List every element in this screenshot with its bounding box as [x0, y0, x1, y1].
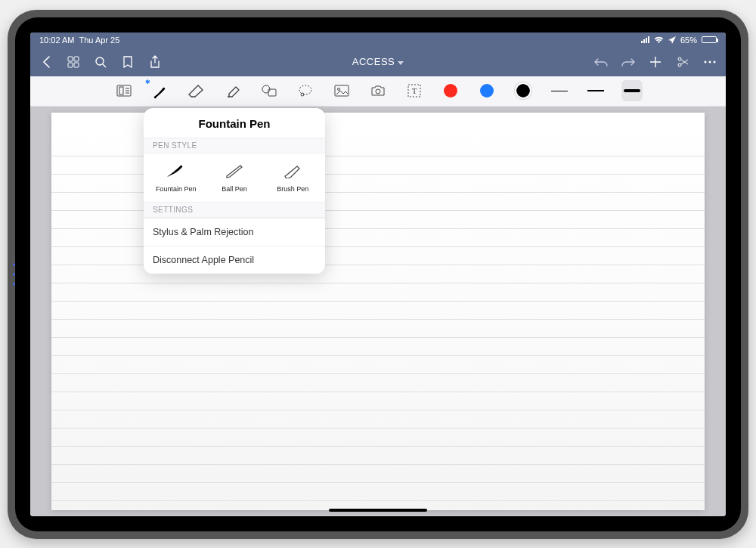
pen-tool[interactable]: ✱: [150, 80, 171, 101]
svg-point-19: [376, 89, 380, 94]
svg-point-8: [705, 60, 707, 63]
svg-point-7: [678, 63, 681, 67]
stylus-palm-rejection-row[interactable]: Stylus & Palm Rejection: [144, 218, 325, 246]
battery-pct: 65%: [680, 36, 697, 45]
color-red[interactable]: [440, 80, 461, 101]
svg-rect-0: [68, 57, 73, 61]
svg-rect-2: [68, 63, 73, 67]
chevron-down-icon: [398, 56, 404, 67]
pen-style-fountain[interactable]: Fountain Pen: [150, 161, 203, 193]
color-blue[interactable]: [476, 80, 497, 101]
bookmark-icon[interactable]: [121, 55, 135, 69]
back-button[interactable]: [39, 55, 53, 69]
pen-style-ball-label: Ball Pen: [208, 185, 261, 193]
text-tool[interactable]: T: [404, 80, 425, 101]
stroke-thick[interactable]: [621, 80, 643, 101]
scissors-icon[interactable]: [676, 55, 689, 69]
settings-section-label: SETTINGS: [144, 202, 325, 218]
bluetooth-badge-icon: ✱: [145, 79, 150, 85]
svg-point-10: [714, 60, 716, 63]
search-icon[interactable]: [94, 55, 107, 69]
disconnect-apple-pencil-row[interactable]: Disconnect Apple Pencil: [144, 246, 325, 274]
stroke-thin[interactable]: [549, 80, 570, 101]
status-time: 10:02 AM: [39, 36, 74, 45]
ball-pen-icon: [208, 161, 261, 181]
svg-point-18: [338, 88, 340, 91]
svg-point-9: [709, 60, 711, 63]
redo-button[interactable]: [621, 55, 635, 69]
more-icon[interactable]: [703, 55, 717, 69]
location-icon: [668, 36, 676, 44]
stroke-medium[interactable]: [585, 80, 606, 101]
pen-style-fountain-label: Fountain Pen: [150, 185, 203, 193]
drawing-toolbar: ✱: [30, 76, 726, 107]
document-title-button[interactable]: ACCESS: [352, 56, 404, 67]
pen-tool-popover: Fountain Pen PEN STYLE Fountain Pen Ball…: [144, 108, 325, 274]
pen-style-brush[interactable]: Brush Pen: [266, 161, 319, 193]
document-title: ACCESS: [352, 56, 395, 67]
pen-style-brush-label: Brush Pen: [266, 185, 319, 193]
camera-tool[interactable]: [367, 80, 389, 101]
ipad-bezel: 10:02 AM Thu Apr 25 65%: [15, 17, 741, 531]
image-tool[interactable]: [331, 80, 352, 101]
home-indicator[interactable]: [329, 509, 427, 512]
status-bar: 10:02 AM Thu Apr 25 65%: [30, 33, 726, 48]
cellular-icon: [641, 36, 649, 43]
brush-pen-icon: [266, 161, 319, 181]
screen: 10:02 AM Thu Apr 25 65%: [30, 33, 726, 516]
svg-rect-3: [74, 63, 79, 67]
read-mode-icon[interactable]: [113, 80, 135, 101]
fountain-pen-icon: [150, 161, 203, 181]
eraser-tool[interactable]: [186, 80, 207, 101]
navigation-bar: ACCESS: [30, 48, 726, 76]
svg-text:T: T: [412, 86, 417, 95]
highlighter-tool[interactable]: [222, 80, 243, 101]
svg-point-6: [678, 57, 681, 60]
shapes-tool[interactable]: [259, 80, 280, 101]
battery-icon: [702, 36, 717, 43]
wifi-icon: [654, 36, 664, 44]
svg-line-5: [103, 64, 106, 67]
svg-rect-12: [119, 87, 123, 94]
svg-rect-1: [74, 57, 79, 61]
lasso-tool[interactable]: [295, 80, 316, 101]
svg-point-4: [96, 57, 104, 65]
undo-button[interactable]: [594, 55, 608, 69]
ipad-frame: 10:02 AM Thu Apr 25 65%: [8, 10, 748, 539]
color-black[interactable]: [513, 80, 534, 101]
grid-icon[interactable]: [67, 55, 80, 69]
popover-title: Fountain Pen: [144, 108, 325, 138]
add-button[interactable]: [649, 55, 662, 69]
canvas-area[interactable]: [30, 107, 726, 516]
status-date: Thu Apr 25: [79, 36, 119, 45]
pen-style-section-label: PEN STYLE: [144, 138, 325, 153]
pen-style-ball[interactable]: Ball Pen: [208, 161, 261, 193]
share-icon[interactable]: [148, 55, 162, 69]
